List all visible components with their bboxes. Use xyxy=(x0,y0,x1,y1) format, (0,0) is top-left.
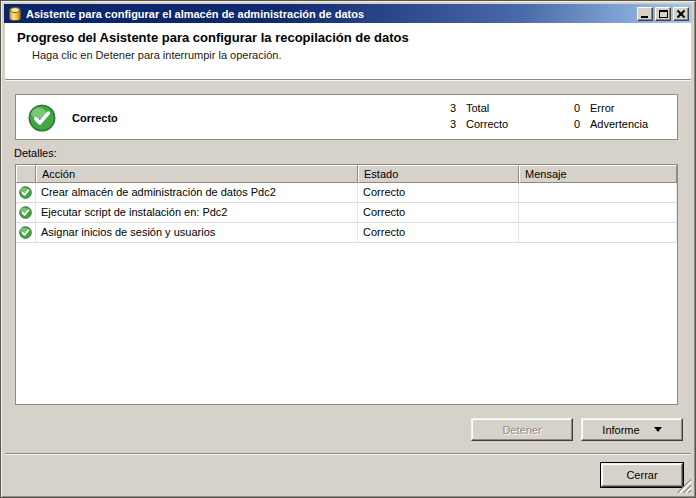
page-subtitle: Haga clic en Detener para interrumpir la… xyxy=(32,49,281,61)
row-status: Correcto xyxy=(358,223,519,243)
close-button[interactable]: Cerrar xyxy=(601,463,683,487)
header-accion[interactable]: Acción xyxy=(36,165,358,183)
status-label: Correcto xyxy=(72,112,118,124)
title-bar[interactable]: Asistente para configurar el almacén de … xyxy=(4,4,692,23)
window-title: Asistente para configurar el almacén de … xyxy=(26,8,637,20)
minimize-button[interactable] xyxy=(637,7,653,21)
success-check-icon xyxy=(19,186,32,199)
row-status: Correcto xyxy=(358,183,519,203)
database-icon xyxy=(9,7,21,21)
footer-divider xyxy=(5,453,691,455)
wizard-dialog: Asistente para configurar el almacén de … xyxy=(0,0,696,498)
summary-counts: 3 Total 0 Error 3 Correcto 0 Advertencia xyxy=(442,102,690,134)
maximize-button[interactable] xyxy=(655,7,671,21)
row-status: Correcto xyxy=(358,203,519,223)
count-warning-label: Advertencia xyxy=(590,118,690,134)
table-row[interactable]: Ejecutar script de instalación en: Pdc2 … xyxy=(16,203,677,223)
table-header-row: Acción Estado Mensaje xyxy=(16,165,677,183)
success-check-icon xyxy=(28,104,56,132)
report-button[interactable]: Informe xyxy=(581,418,683,441)
minimize-icon xyxy=(641,16,648,18)
stop-button[interactable]: Detener xyxy=(471,418,573,441)
row-message xyxy=(519,203,677,223)
count-error-label: Error xyxy=(590,102,690,118)
details-table: Acción Estado Mensaje Crear almacén de a… xyxy=(15,164,678,405)
wizard-header: Progreso del Asistente para configurar l… xyxy=(5,23,691,80)
header-mensaje[interactable]: Mensaje xyxy=(519,165,677,183)
close-button-label: Cerrar xyxy=(626,469,657,481)
maximize-icon xyxy=(659,10,668,18)
stop-button-label: Detener xyxy=(502,424,541,436)
row-action: Crear almacén de administración de datos… xyxy=(36,183,358,203)
header-estado[interactable]: Estado xyxy=(358,165,519,183)
page-title: Progreso del Asistente para configurar l… xyxy=(17,30,409,45)
count-warning-value: 0 xyxy=(566,118,580,134)
header-icon-column[interactable] xyxy=(16,165,36,183)
success-check-icon xyxy=(19,206,32,219)
report-button-label: Informe xyxy=(602,424,639,436)
resize-grip-icon[interactable] xyxy=(677,479,691,493)
row-message xyxy=(519,223,677,243)
close-icon xyxy=(674,8,688,20)
count-success-value: 3 xyxy=(442,118,456,134)
count-total-value: 3 xyxy=(442,102,456,118)
count-success-label: Correcto xyxy=(466,118,556,134)
close-window-button[interactable] xyxy=(673,7,689,21)
dropdown-arrow-icon xyxy=(654,427,662,432)
success-check-icon xyxy=(19,226,32,239)
count-total-label: Total xyxy=(466,102,556,118)
details-label: Detalles: xyxy=(14,147,57,159)
count-error-value: 0 xyxy=(566,102,580,118)
summary-panel: Correcto 3 Total 0 Error 3 Correcto 0 Ad… xyxy=(15,94,678,140)
row-action: Asignar inicios de sesión y usuarios xyxy=(36,223,358,243)
table-row[interactable]: Asignar inicios de sesión y usuarios Cor… xyxy=(16,223,677,243)
row-message xyxy=(519,183,677,203)
row-action: Ejecutar script de instalación en: Pdc2 xyxy=(36,203,358,223)
table-row[interactable]: Crear almacén de administración de datos… xyxy=(16,183,677,203)
